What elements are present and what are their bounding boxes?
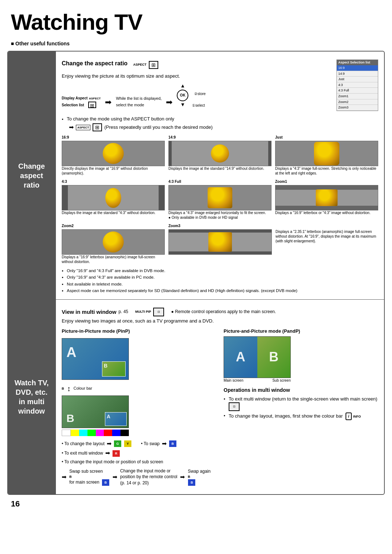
view-multi-page: p. 45 [119,309,128,315]
colour-bar-label: Colour bar [74,386,92,391]
arrow-exit: ➡ [105,449,110,457]
info-btn-ops[interactable]: i [346,413,352,420]
arrow-right-icon: ➡ [69,123,74,131]
pandp-demo: A B [224,336,291,378]
change-input-desc: Change the input mode orposition by the … [120,468,177,486]
b-label-swap: B [69,475,110,479]
multi-window-content: View in multi window p. 45 MULTI PIP ⊡ ●… [55,300,384,494]
selection-list-item-3[interactable]: 4:3 [337,82,378,88]
mode-4-3full-thumb [168,185,271,210]
aspect-description: Enjoy viewing the picture at its optimum… [62,73,378,79]
flow-arrow-2: ➡ [166,97,172,108]
ops-item-1: To exit multi window (return to the sing… [224,396,378,411]
aspect-label-small: ASPECT [89,97,101,100]
mode-14-9-desc: Displays the image at the standard "14:9… [168,166,271,171]
aspect-ratio-title: Change the aspect ratio [62,59,127,67]
mode-4-3full: 4:3 Full Displays a "4:3" image enlarged… [168,179,271,220]
y-btn[interactable]: Y [124,440,131,447]
b-label-again: B [188,475,211,479]
view-multi-title: View in multi window [62,308,117,316]
mode-16-9: 16:9 Directly displays the image at "16:… [62,135,165,176]
mode-just-desc: Displays a "4:3" image full-screen. Stre… [275,166,378,176]
mode-zoom3: Zoom3 Displays a "2.35:1" letterbox (ana… [168,223,378,264]
arrow-change: ➡ [113,473,117,481]
mode-just-label: Just [275,135,378,140]
ops-item-2: To change the layout, images, first show… [224,413,378,420]
while-list-text: While the list is displayed, [116,96,162,100]
selection-list-item-0[interactable]: 16:9 [337,65,378,71]
mode-zoom1-label: Zoom1 [275,179,378,184]
multi-window-row: Watch TV,DVD, etc.in multiwindow View in… [8,300,384,494]
selection-list-item-2[interactable]: Just [337,77,378,82]
pip-section: Picture-in-Picture mode (PinP) A B [62,328,216,436]
mode-zoom1-thumb [275,185,378,210]
selection-list-item-1[interactable]: 14:9 [337,71,378,77]
enjoy-text: Enjoy viewing two images at once, such a… [62,318,378,324]
pip-demo-after: B A [62,395,129,428]
ok-button[interactable]: OK [177,90,188,101]
mode-zoom1: Zoom1 Displays a "16:9" letterbox or "4:… [275,179,378,220]
mode-4-3full-label: 4:3 Full [168,179,271,184]
aspect-ratio-row: Changeaspectratio Aspect Selection list … [8,52,384,299]
b-btn-again[interactable]: B [188,479,195,486]
selection-list-title: Aspect Selection list [337,60,378,65]
press-repeatedly-text: (Press repeatedly until you reach the de… [104,124,212,131]
pip-title: Picture-in-Picture mode (PinP) [62,328,216,335]
pip-pandp-section: Picture-in-Picture mode (PinP) A B [62,328,378,436]
aspect-ratio-label: Changeaspectratio [8,52,55,299]
main-screen-label: Main screen [224,378,243,383]
selection-list-item-5[interactable]: Zoom1 [337,94,378,99]
store-label: ②store [194,91,205,97]
multi-pip-btn-ops[interactable]: ⊡ [229,402,240,411]
selection-list-item-7[interactable]: Zoom3 [337,105,378,111]
mode-zoom2-label: Zoom2 [62,223,165,229]
selection-list-item-4[interactable]: 4:3 Full [337,88,378,94]
select-mode-text: select the mode [116,103,144,107]
select-indicator: ①select [192,103,205,108]
mode-14-9: 14:9 Displays the image at the standard … [168,135,271,176]
mode-4-3-label: 4:3 [62,179,165,184]
section-header: ■ Other useful functions [0,40,392,51]
aspect-notes: Only "16:9" and "4:3 Full" are available… [62,268,378,293]
mode-zoom3-thumb [168,229,272,255]
mode-just: Just Displays a "4:3" image full-screen.… [275,135,378,176]
g-btn[interactable]: G [114,440,121,447]
multi-window-label: Watch TV,DVD, etc.in multiwindow [8,300,55,494]
b-btn-sub[interactable]: B [102,479,109,486]
arrow-layout: ➡ [107,440,111,448]
mode-zoom2-thumb [62,229,165,255]
b-btn-swap[interactable]: B [169,440,176,447]
flow-arrow-1: ➡ [105,97,111,108]
multi-pip-icon: ⊡ [153,308,164,316]
mode-just-thumb [275,141,378,166]
arrow-swap-sub: ➡ [62,473,66,481]
mode-16-9-thumb [62,141,165,166]
page-number: 16 [0,495,392,513]
arrow-swap-again: ➡ [180,473,185,481]
r-btn[interactable]: R [113,450,120,457]
display-flow: Display Aspect ASPECT Selection list ➡ W… [62,82,333,108]
arrow-swap: ➡ [162,440,167,448]
swap-sub-row: ➡ Swap sub screen B for main screen B ➡ … [62,468,378,486]
pandp-section: Picture-and-Picture mode (PandP) A B Mai… [224,328,378,436]
down-arrow-b-label: B [62,386,64,391]
mode-zoom2-desc: Displays a "16:9" letterbox (anamorphic)… [62,255,165,264]
mode-4-3: 4:3 Displays the image at the standard "… [62,179,165,220]
aspect-press-btn [93,123,102,131]
aspect-button-label: ASPECT [133,62,147,67]
swap-sub-screen-label: Swap sub screen [69,469,103,474]
mode-14-9-thumb [168,141,271,166]
selection-list-item-6[interactable]: Zoom2 [337,99,378,105]
exit-multi-label: • To exit multi window [62,450,103,456]
display-aspect-label: Display Aspect [62,96,87,100]
down-arrow-icon: ↕ [67,383,71,394]
mode-4-3-desc: Displays the image at the standard "4:3"… [62,210,165,215]
mode-zoom2: Zoom2 Displays a "16:9" letterbox (anamo… [62,223,165,264]
aspect-btn-small [88,102,96,108]
swap-again-label: Swap again [188,469,211,474]
mode-14-9-label: 14:9 [168,135,271,140]
aspect-press-icon: ASPECT [76,125,90,130]
aspect-ratio-content: Aspect Selection list 16:9 14:9 Just 4:3… [55,52,384,299]
page-title: Watching TV [0,0,392,40]
mode-zoom3-label: Zoom3 [168,223,378,229]
